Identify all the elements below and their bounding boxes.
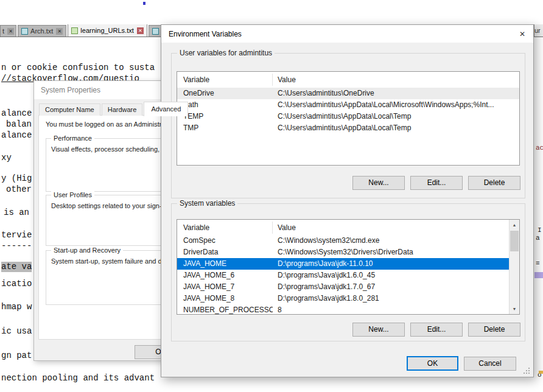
- env-dialog-title: Environment Variables: [161, 25, 533, 43]
- column-header-variable[interactable]: Variable: [177, 74, 273, 86]
- editor-text-line: ------: [1, 241, 32, 251]
- variable-value: C:\Users\admintitus\AppData\Local\Micros…: [273, 99, 519, 111]
- table-header: Variable Value: [177, 220, 509, 235]
- system-new-button[interactable]: New...: [352, 323, 405, 337]
- vertical-scrollbar[interactable]: ▲ ▼: [509, 220, 519, 314]
- tab-advanced[interactable]: Advanced: [144, 102, 188, 116]
- system-variable-row-JAVA_HOME_7[interactable]: JAVA_HOME_7D:\programs\Java\jdk1.7.0_67: [177, 281, 509, 293]
- variable-value: D:\programs\Java\jdk1.7.0_67: [273, 281, 509, 293]
- editor-text-line: n or cookie confusion to susta: [1, 63, 155, 73]
- variable-name: JAVA_HOME_7: [177, 281, 273, 293]
- editor-text-line: gn pat: [1, 351, 32, 361]
- system-variable-row-JAVA_HOME_8[interactable]: JAVA_HOME_8D:\programs\Java\jdk1.8.0_281: [177, 293, 509, 304]
- editor-text-line: =: [536, 260, 540, 268]
- resize-grip[interactable]: [524, 368, 530, 374]
- variable-value: 8: [273, 304, 509, 315]
- variable-value: C:\Windows\system32\cmd.exe: [273, 235, 509, 247]
- editor-text-line: icatio: [1, 279, 32, 289]
- editor-tab-fragment[interactable]: ur: [534, 24, 543, 37]
- tab-close-icon[interactable]: ✕: [137, 27, 144, 34]
- desktop: t✕Arch.txt✕learning_URLs.txt✕wht ur n or…: [0, 0, 543, 392]
- variable-name: ComSpec: [177, 235, 273, 247]
- table-header: Variable Value: [177, 72, 519, 88]
- editor-text-line: y (Hig: [1, 173, 32, 184]
- system-variable-row-NUMBER_OF_PROCESSORS[interactable]: NUMBER_OF_PROCESSORS8: [177, 304, 509, 315]
- user-delete-button[interactable]: Delete: [468, 176, 520, 190]
- variable-value: C:\Users\admintitus\AppData\Local\Temp: [273, 122, 519, 134]
- system-variable-row-JAVA_HOME[interactable]: JAVA_HOMED:\programs\Java\jdk-11.0.10: [177, 258, 509, 270]
- tab-close-icon[interactable]: ✕: [7, 28, 14, 35]
- variable-name: NUMBER_OF_PROCESSORS: [177, 304, 273, 315]
- editor-text-line: ate va: [1, 262, 32, 272]
- variable-name: TMP: [177, 122, 273, 134]
- env-cancel-button[interactable]: Cancel: [464, 357, 516, 371]
- variable-value: C:\Users\admintitus\AppData\Local\Temp: [273, 111, 519, 122]
- editor-tab-learning_URLs-txt[interactable]: learning_URLs.txt✕: [68, 24, 147, 37]
- file-icon: [21, 28, 28, 35]
- system-variable-row-ComSpec[interactable]: ComSpecC:\Windows\system32\cmd.exe: [177, 235, 509, 247]
- system-variables-group: System variables Variable Value ComSpecC…: [171, 203, 525, 341]
- editor-text-line: ac: [536, 144, 543, 152]
- variable-name: JAVA_HOME: [177, 258, 273, 270]
- editor-text-line: nection pooling and its advant: [1, 373, 155, 383]
- user-variable-row-OneDrive[interactable]: OneDriveC:\Users\admintitus\OneDrive: [177, 88, 519, 99]
- variable-value: C:\Users\admintitus\OneDrive: [273, 88, 519, 99]
- system-delete-button[interactable]: Delete: [468, 323, 520, 337]
- user-variables-buttons: New...Edit...Delete: [352, 176, 520, 190]
- user-variable-row-TEMP[interactable]: TEMPC:\Users\admintitus\AppData\Local\Te…: [177, 111, 519, 122]
- variable-value: D:\programs\Java\jdk1.6.0_45: [273, 270, 509, 281]
- system-variables-buttons: New...Edit...Delete: [352, 323, 520, 337]
- editor-text-line: ic usa: [1, 326, 32, 337]
- selection-fragment: [534, 272, 543, 278]
- variable-value: C:\Windows\System32\Drivers\DriverData: [273, 247, 509, 258]
- stray-cursor-dot: [143, 2, 145, 5]
- scroll-down-icon[interactable]: ▼: [510, 304, 519, 314]
- editor-tab-bar: t✕Arch.txt✕learning_URLs.txt✕wht: [0, 24, 161, 37]
- tab-computer-name[interactable]: Computer Name: [39, 103, 100, 116]
- user-edit-button[interactable]: Edit...: [410, 176, 463, 190]
- highlight-fragment: [539, 371, 543, 374]
- editor-text-line: balan: [6, 119, 32, 130]
- scrollbar-thumb[interactable]: [510, 231, 519, 251]
- tab-hardware[interactable]: Hardware: [102, 103, 143, 116]
- editor-text-line: alance: [1, 108, 32, 119]
- variable-name: TEMP: [177, 111, 273, 122]
- user-variable-row-TMP[interactable]: TMPC:\Users\admintitus\AppData\Local\Tem…: [177, 122, 519, 134]
- variable-name: DriverData: [177, 247, 273, 258]
- variable-name: JAVA_HOME_6: [177, 270, 273, 281]
- variable-value: D:\programs\Java\jdk1.8.0_281: [273, 293, 509, 304]
- editor-text-line: hmap w: [1, 302, 32, 312]
- editor-tab-Arch-txt[interactable]: Arch.txt✕: [18, 25, 66, 37]
- system-variables-table: Variable Value ComSpecC:\Windows\system3…: [177, 219, 520, 315]
- column-header-variable[interactable]: Variable: [177, 222, 273, 234]
- tab-close-icon[interactable]: ✕: [56, 28, 63, 35]
- tab-label: t: [2, 27, 4, 35]
- user-variable-row-Path[interactable]: PathC:\Users\admintitus\AppData\Local\Mi…: [177, 99, 519, 111]
- variable-name: JAVA_HOME_8: [177, 293, 273, 304]
- user-new-button[interactable]: New...: [352, 176, 405, 190]
- editor-text-line: a: [536, 234, 540, 242]
- variable-name: Path: [177, 99, 273, 111]
- editor-text-line: alance: [1, 130, 32, 141]
- editor-text-line: I: [538, 226, 542, 234]
- system-variable-row-JAVA_HOME_6[interactable]: JAVA_HOME_6D:\programs\Java\jdk1.6.0_45: [177, 270, 509, 281]
- editor-tab-t[interactable]: t✕: [0, 25, 16, 37]
- variable-name: OneDrive: [177, 88, 273, 99]
- editor-text-line: other: [6, 184, 32, 195]
- environment-variables-dialog: Environment Variables ✕ User variables f…: [161, 24, 534, 377]
- column-header-value[interactable]: Value: [273, 222, 509, 234]
- group-label: Performance: [51, 135, 94, 142]
- close-icon[interactable]: ✕: [517, 29, 528, 39]
- scroll-up-icon[interactable]: ▲: [510, 220, 519, 230]
- tab-label: Arch.txt: [30, 27, 53, 35]
- group-label: User Profiles: [51, 191, 94, 198]
- system-properties-tabstrip: Computer NameHardwareAdvanced: [39, 101, 189, 116]
- group-label: Start-up and Recovery: [51, 247, 123, 254]
- file-icon: [152, 28, 159, 35]
- system-edit-button[interactable]: Edit...: [410, 323, 463, 337]
- system-variable-row-DriverData[interactable]: DriverDataC:\Windows\System32\Drivers\Dr…: [177, 247, 509, 258]
- variable-value: D:\programs\Java\jdk-11.0.10: [273, 258, 509, 270]
- editor-tab-wht[interactable]: wht: [149, 25, 161, 37]
- env-ok-button[interactable]: OK: [407, 356, 458, 371]
- column-header-value[interactable]: Value: [273, 74, 519, 86]
